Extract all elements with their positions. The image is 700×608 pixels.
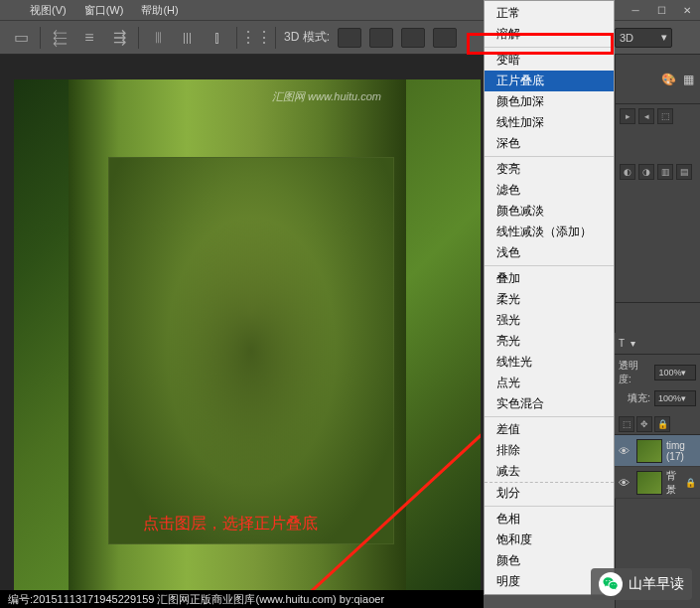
panel-icon[interactable]: ◑ bbox=[638, 164, 654, 180]
blend-linearlight[interactable]: 线性光 bbox=[485, 352, 614, 373]
blend-lighten[interactable]: 变亮 bbox=[485, 159, 614, 180]
blend-pinlight[interactable]: 点光 bbox=[485, 373, 614, 393]
menu-window[interactable]: 窗口(W) bbox=[84, 3, 124, 18]
blend-vividlight[interactable]: 亮光 bbox=[485, 331, 614, 352]
layer-name[interactable]: timg (17) bbox=[666, 440, 696, 462]
chevron-down-icon: ▾ bbox=[661, 31, 667, 44]
layer-row-2[interactable]: 👁 背景 🔒 bbox=[615, 467, 700, 499]
blend-exclusion[interactable]: 排除 bbox=[485, 440, 614, 461]
panel-icon[interactable]: ▸ bbox=[620, 108, 635, 124]
status-bar: 编号:20151113171945229159 汇图网正版商业图库(www.hu… bbox=[0, 590, 484, 608]
annotation-text: 点击图层，选择正片叠底 bbox=[143, 514, 318, 534]
more-icon[interactable]: ⋮⋮ bbox=[245, 27, 267, 49]
fill-label: 填充: bbox=[628, 391, 650, 405]
wechat-icon bbox=[599, 572, 623, 596]
blend-darkercolor[interactable]: 深色 bbox=[485, 133, 614, 154]
tool-icon[interactable]: ▭ bbox=[10, 27, 32, 49]
blend-dissolve[interactable]: 溶解 bbox=[485, 24, 614, 45]
lock-icons-row: ⬚ ✥ 🔒 bbox=[615, 414, 700, 435]
maximize-button[interactable]: ☐ bbox=[648, 0, 674, 20]
blend-saturation[interactable]: 饱和度 bbox=[485, 530, 614, 550]
window-controls: ─ ☐ ✕ bbox=[623, 0, 700, 20]
lock-position-icon[interactable]: ✥ bbox=[636, 416, 652, 432]
wechat-badge: 山羊早读 bbox=[591, 568, 692, 600]
document-canvas[interactable]: 汇图网 www.huitu.com 点击图层，选择正片叠底 bbox=[14, 79, 481, 601]
opacity-label: 透明度: bbox=[619, 359, 650, 386]
watermark-text: 汇图网 www.huitu.com bbox=[272, 89, 381, 104]
panel-icon[interactable]: ◐ bbox=[620, 164, 635, 180]
blend-difference[interactable]: 差值 bbox=[485, 419, 614, 440]
distribute-icon[interactable]: ⫴ bbox=[147, 27, 169, 49]
visibility-eye-icon[interactable]: 👁 bbox=[619, 477, 632, 489]
layer-name[interactable]: 背景 bbox=[666, 469, 681, 497]
panel-icon[interactable]: ▥ bbox=[657, 164, 673, 180]
dropdown-3d[interactable]: 3D▾ bbox=[615, 28, 672, 48]
chevron-down-icon: ▾ bbox=[681, 368, 686, 378]
panel-icon[interactable]: ◂ bbox=[638, 108, 654, 124]
close-button[interactable]: ✕ bbox=[674, 0, 700, 20]
lock-pixels-icon[interactable]: ⬚ bbox=[619, 416, 634, 432]
blend-overlay[interactable]: 叠加 bbox=[485, 268, 614, 289]
panel-menu-icon[interactable]: ▾ bbox=[630, 338, 635, 349]
separator bbox=[236, 27, 237, 49]
blend-subtract[interactable]: 减去 bbox=[485, 461, 614, 482]
blend-hardmix[interactable]: 实色混合 bbox=[485, 393, 614, 414]
collapsed-panel-mid: ▸ ◂ ⬚ ◐ ◑ ▥ ▤ bbox=[616, 104, 700, 303]
collapsed-panel-top: 🎨 ▦ bbox=[616, 55, 700, 104]
blend-mode-menu: 正常 溶解 变暗 正片叠底 颜色加深 线性加深 深色 变亮 滤色 颜色减淡 线性… bbox=[484, 0, 615, 595]
blend-normal[interactable]: 正常 bbox=[485, 3, 614, 24]
mode-btn-2[interactable] bbox=[369, 28, 393, 48]
blend-divide[interactable]: 划分 bbox=[485, 482, 614, 504]
blend-linearburn[interactable]: 线性加深 bbox=[485, 112, 614, 133]
layer-row-1[interactable]: 👁 timg (17) bbox=[615, 435, 700, 467]
lock-icon: 🔒 bbox=[685, 478, 696, 488]
right-panels: 🎨 ▦ ▸ ◂ ⬚ ◐ ◑ ▥ ▤ bbox=[615, 55, 700, 608]
layer-thumbnail[interactable] bbox=[636, 439, 662, 463]
face-graphic bbox=[166, 216, 337, 486]
mode-btn-1[interactable] bbox=[338, 28, 361, 48]
blend-hue[interactable]: 色相 bbox=[485, 509, 614, 530]
menu-help[interactable]: 帮助(H) bbox=[141, 3, 178, 18]
blend-hardlight[interactable]: 强光 bbox=[485, 310, 614, 331]
blend-lineardodge[interactable]: 线性减淡（添加） bbox=[485, 222, 614, 242]
mode-btn-4[interactable] bbox=[433, 28, 457, 48]
layer-bounds bbox=[108, 157, 394, 544]
wechat-name: 山羊早读 bbox=[629, 575, 684, 593]
lock-all-icon[interactable]: 🔒 bbox=[654, 416, 670, 432]
align-right-icon[interactable]: ⇶ bbox=[108, 27, 130, 49]
blend-softlight[interactable]: 柔光 bbox=[485, 289, 614, 310]
chevron-down-icon: ▾ bbox=[681, 393, 686, 403]
mode-label: 3D 模式: bbox=[284, 29, 330, 46]
blend-colordodge[interactable]: 颜色减淡 bbox=[485, 201, 614, 222]
color-panel-icon[interactable]: 🎨 bbox=[660, 73, 676, 86]
panel-icon[interactable]: ▤ bbox=[676, 164, 692, 180]
fill-field[interactable]: 100%▾ bbox=[654, 390, 696, 406]
distribute-icon-2[interactable]: ⫼ bbox=[177, 27, 199, 49]
blend-multiply[interactable]: 正片叠底 bbox=[485, 71, 614, 91]
separator bbox=[275, 27, 276, 49]
panel-icon[interactable]: ⬚ bbox=[657, 108, 673, 124]
layers-panel: T ▾ 透明度: 100%▾ 填充: 100%▾ ⬚ ✥ 🔒 👁 timg (1… bbox=[615, 333, 700, 499]
blend-colorburn[interactable]: 颜色加深 bbox=[485, 91, 614, 112]
blend-lightercolor[interactable]: 浅色 bbox=[485, 242, 614, 263]
separator bbox=[138, 27, 139, 49]
align-center-icon[interactable]: ≡ bbox=[78, 27, 100, 49]
opacity-field[interactable]: 100%▾ bbox=[654, 365, 696, 380]
blend-darken[interactable]: 变暗 bbox=[485, 50, 614, 71]
layers-panel-tabs: T ▾ bbox=[615, 333, 700, 355]
swatches-icon[interactable]: ▦ bbox=[680, 73, 696, 86]
align-left-icon[interactable]: ⬱ bbox=[49, 27, 70, 49]
blend-screen[interactable]: 滤色 bbox=[485, 180, 614, 201]
menu-view[interactable]: 视图(V) bbox=[30, 3, 67, 18]
layer-thumbnail[interactable] bbox=[636, 471, 662, 495]
distribute-icon-3[interactable]: ⫿ bbox=[207, 27, 228, 49]
type-tool-icon[interactable]: T bbox=[619, 338, 625, 349]
mode-btn-3[interactable] bbox=[401, 28, 425, 48]
canvas-area: 汇图网 www.huitu.com 点击图层，选择正片叠底 编号:2015111… bbox=[0, 55, 484, 608]
minimize-button[interactable]: ─ bbox=[623, 0, 648, 20]
visibility-eye-icon[interactable]: 👁 bbox=[619, 445, 632, 457]
separator bbox=[40, 27, 41, 49]
